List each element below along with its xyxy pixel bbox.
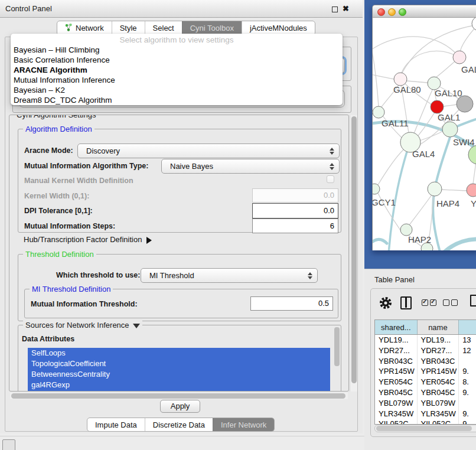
gear-icon[interactable]: [379, 296, 392, 309]
network-edge: [420, 131, 443, 141]
table-cell: YBR045C: [375, 387, 418, 398]
kernel-width-field[interactable]: 0.0: [252, 188, 338, 203]
mi-algorithm-type-combo[interactable]: Naive Bayes: [161, 159, 340, 174]
bottom-divider: [0, 436, 365, 436]
network-node-gal[interactable]: [453, 51, 466, 64]
data-attributes-list[interactable]: SelfLoopsTopologicalCoefficientBetweenne…: [28, 348, 330, 392]
table-cell: YDR27...: [375, 345, 418, 356]
table-cell: 12: [459, 345, 476, 356]
apply-button[interactable]: Apply: [160, 400, 200, 413]
close-traffic-light-icon[interactable]: [377, 8, 385, 16]
which-threshold-combo[interactable]: MI Threshold: [141, 268, 318, 283]
table-row[interactable]: YDL19...YDL19...13: [375, 335, 476, 345]
table-row[interactable]: YDR27...YDR27...12: [375, 345, 476, 356]
table-cell: YPR145W: [418, 366, 459, 377]
network-edge: [409, 195, 432, 225]
table-row[interactable]: YER054CYER054C8.: [375, 377, 476, 387]
network-edge: [460, 25, 476, 52]
tab-infer-network[interactable]: Infer Network: [213, 418, 274, 431]
network-node-hap4[interactable]: [428, 182, 442, 196]
table-cell: YIL052C: [375, 419, 418, 425]
table-row[interactable]: YPR145WYPR145W9.: [375, 366, 476, 377]
network-view-window[interactable]: GALGAL80GAL10GAL1GAL11SWI4GAL4GCY1HAP4YH…: [372, 5, 476, 250]
columns-icon[interactable]: [400, 296, 412, 309]
table-row[interactable]: YBL079WYBL079W: [375, 398, 476, 409]
mi-steps-field[interactable]: 6: [252, 219, 338, 233]
table-cell: [459, 356, 476, 367]
attribute-item[interactable]: BetweennessCentrality: [28, 369, 330, 380]
network-window-titlebar[interactable]: [372, 5, 476, 18]
node-label: GAL1: [438, 112, 460, 122]
sources-group-title[interactable]: Sources for Network Inference: [23, 321, 142, 330]
settings-horizontal-scrollbar[interactable]: [10, 393, 348, 399]
tab-impute-data[interactable]: Impute Data: [87, 418, 145, 431]
checked-boxes-icon[interactable]: [422, 299, 436, 306]
table-header-row: shared...name: [375, 320, 476, 335]
node-label: Y: [471, 198, 476, 208]
network-edge: [473, 162, 476, 184]
tab-cyni-toolbox[interactable]: Cyni Toolbox: [182, 21, 242, 35]
tab-select[interactable]: Select: [145, 21, 182, 35]
network-node-gal11[interactable]: [373, 106, 384, 118]
algorithm-option[interactable]: Basic Correlation Inference: [11, 55, 343, 65]
column-header[interactable]: [459, 320, 476, 334]
table-cell: YPR145W: [375, 366, 418, 377]
network-edge: [373, 41, 379, 106]
zoom-traffic-light-icon[interactable]: [399, 8, 406, 16]
collapse-arrow-icon: [133, 324, 140, 328]
network-svg: GALGAL80GAL10GAL1GAL11SWI4GAL4GCY1HAP4YH…: [373, 18, 476, 250]
manual-kernel-checkbox[interactable]: [327, 175, 334, 183]
attribute-item[interactable]: TopologicalCoefficient: [28, 358, 330, 369]
algorithm-option[interactable]: ARACNE Algorithm: [11, 65, 343, 75]
network-node[interactable]: [472, 18, 476, 31]
column-header[interactable]: name: [418, 320, 459, 334]
mi-threshold-field[interactable]: 0.5: [250, 296, 333, 311]
minimize-traffic-light-icon[interactable]: [388, 8, 396, 16]
unchecked-boxes-icon[interactable]: [443, 299, 458, 306]
algorithm-option[interactable]: Dream8 DC_TDC Algorithm: [11, 95, 343, 105]
network-node[interactable]: [442, 122, 458, 137]
algorithm-option[interactable]: Bayesian – K2: [11, 85, 343, 95]
mi-type-label: Mutual Information Algorithm Type:: [24, 162, 148, 170]
table-row[interactable]: YBR043CYBR043C: [375, 356, 476, 367]
tab-network[interactable]: Network: [57, 21, 112, 35]
aracne-mode-combo[interactable]: Discovery: [77, 144, 340, 158]
table-row[interactable]: YBR045CYBR045C9.: [375, 387, 476, 398]
file-icon[interactable]: [470, 295, 476, 306]
table-row[interactable]: YLR345WYLR345W9.: [375, 409, 476, 419]
network-node[interactable]: [457, 96, 473, 112]
algorithm-option[interactable]: Mutual Information Inference: [11, 75, 343, 85]
algorithm-option[interactable]: Bayesian – Hill Climbing: [11, 45, 343, 55]
dpi-tolerance-field[interactable]: 0.0: [252, 203, 338, 219]
partial-bottom-button[interactable]: [2, 439, 15, 450]
table-row[interactable]: YIL052CYIL052C9: [375, 419, 476, 425]
which-threshold-value: MI Threshold: [149, 271, 194, 280]
network-node-y[interactable]: [467, 184, 476, 197]
tab-discretize-data[interactable]: Discretize Data: [145, 418, 213, 431]
attribute-item[interactable]: gal4RGexp: [28, 380, 330, 390]
column-header[interactable]: shared...: [375, 320, 418, 334]
tab-style[interactable]: Style: [112, 21, 145, 35]
tab-label: Infer Network: [221, 420, 266, 429]
aracne-mode-label: Aracne Mode:: [24, 146, 73, 155]
hub-definition-expander[interactable]: Hub/Transcription Factor Definition: [24, 235, 152, 244]
tab-label: jActiveMNodules: [250, 24, 307, 32]
network-node-gal80[interactable]: [394, 73, 407, 86]
threshold-definition-group: Threshold Definition Which threshold to …: [18, 254, 341, 321]
close-icon[interactable]: ✖: [343, 4, 349, 13]
network-edge: [442, 239, 476, 250]
attributes-scrollbar[interactable]: [334, 327, 340, 366]
table-horizontal-scrollbar[interactable]: [374, 425, 476, 432]
settings-vertical-scrollbar[interactable]: [350, 115, 357, 392]
threshold-definition-title: Threshold Definition: [23, 250, 96, 259]
network-node-gal1[interactable]: [431, 100, 444, 113]
float-icon[interactable]: [332, 6, 338, 12]
network-node-hap2[interactable]: [400, 224, 412, 236]
network-canvas[interactable]: GALGAL80GAL10GAL1GAL11SWI4GAL4GCY1HAP4YH…: [372, 18, 476, 250]
network-node-swi4[interactable]: [468, 145, 476, 164]
algorithm-definition-group: Algorithm Definition Aracne Mode: Discov…: [18, 129, 341, 233]
network-node-gcy1[interactable]: [373, 184, 380, 194]
attribute-item[interactable]: SelfLoops: [28, 348, 330, 358]
tab-jactivemnodules[interactable]: jActiveMNodules: [242, 21, 315, 35]
network-edge: [373, 239, 387, 244]
